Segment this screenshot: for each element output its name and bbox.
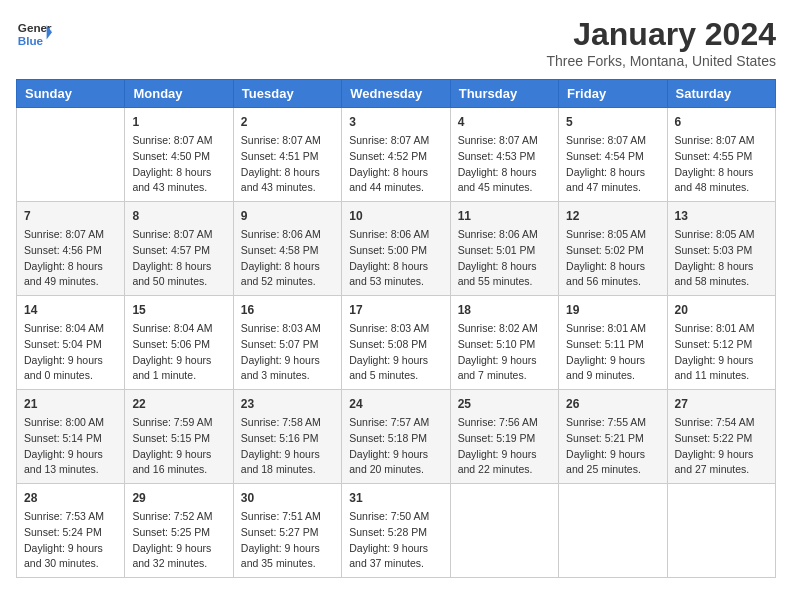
day-info: Sunrise: 8:03 AMSunset: 5:07 PMDaylight:… (241, 321, 334, 384)
logo: General Blue (16, 16, 52, 52)
logo-icon: General Blue (16, 16, 52, 52)
day-number: 12 (566, 207, 659, 225)
calendar-cell: 30Sunrise: 7:51 AMSunset: 5:27 PMDayligh… (233, 484, 341, 578)
calendar-cell: 20Sunrise: 8:01 AMSunset: 5:12 PMDayligh… (667, 296, 775, 390)
title-block: January 2024 Three Forks, Montana, Unite… (546, 16, 776, 69)
day-number: 21 (24, 395, 117, 413)
calendar-cell (450, 484, 558, 578)
day-info: Sunrise: 7:52 AMSunset: 5:25 PMDaylight:… (132, 509, 225, 572)
day-number: 4 (458, 113, 551, 131)
day-info: Sunrise: 8:07 AMSunset: 4:50 PMDaylight:… (132, 133, 225, 196)
calendar-cell: 8Sunrise: 8:07 AMSunset: 4:57 PMDaylight… (125, 202, 233, 296)
calendar-cell: 16Sunrise: 8:03 AMSunset: 5:07 PMDayligh… (233, 296, 341, 390)
calendar-cell: 19Sunrise: 8:01 AMSunset: 5:11 PMDayligh… (559, 296, 667, 390)
calendar-cell: 12Sunrise: 8:05 AMSunset: 5:02 PMDayligh… (559, 202, 667, 296)
day-info: Sunrise: 8:06 AMSunset: 5:00 PMDaylight:… (349, 227, 442, 290)
day-number: 2 (241, 113, 334, 131)
calendar-cell: 11Sunrise: 8:06 AMSunset: 5:01 PMDayligh… (450, 202, 558, 296)
calendar-cell: 7Sunrise: 8:07 AMSunset: 4:56 PMDaylight… (17, 202, 125, 296)
day-header-tuesday: Tuesday (233, 80, 341, 108)
day-header-sunday: Sunday (17, 80, 125, 108)
calendar-header: SundayMondayTuesdayWednesdayThursdayFrid… (17, 80, 776, 108)
calendar-cell: 23Sunrise: 7:58 AMSunset: 5:16 PMDayligh… (233, 390, 341, 484)
day-number: 18 (458, 301, 551, 319)
day-header-thursday: Thursday (450, 80, 558, 108)
day-number: 16 (241, 301, 334, 319)
day-number: 7 (24, 207, 117, 225)
day-number: 20 (675, 301, 768, 319)
header-row: SundayMondayTuesdayWednesdayThursdayFrid… (17, 80, 776, 108)
day-info: Sunrise: 7:57 AMSunset: 5:18 PMDaylight:… (349, 415, 442, 478)
calendar-cell: 14Sunrise: 8:04 AMSunset: 5:04 PMDayligh… (17, 296, 125, 390)
day-header-friday: Friday (559, 80, 667, 108)
day-info: Sunrise: 7:53 AMSunset: 5:24 PMDaylight:… (24, 509, 117, 572)
day-number: 15 (132, 301, 225, 319)
calendar-cell: 18Sunrise: 8:02 AMSunset: 5:10 PMDayligh… (450, 296, 558, 390)
day-number: 23 (241, 395, 334, 413)
calendar-cell: 27Sunrise: 7:54 AMSunset: 5:22 PMDayligh… (667, 390, 775, 484)
day-info: Sunrise: 8:01 AMSunset: 5:12 PMDaylight:… (675, 321, 768, 384)
calendar-cell (559, 484, 667, 578)
day-info: Sunrise: 8:07 AMSunset: 4:53 PMDaylight:… (458, 133, 551, 196)
calendar-cell: 22Sunrise: 7:59 AMSunset: 5:15 PMDayligh… (125, 390, 233, 484)
calendar-cell (17, 108, 125, 202)
day-info: Sunrise: 8:01 AMSunset: 5:11 PMDaylight:… (566, 321, 659, 384)
calendar-cell: 15Sunrise: 8:04 AMSunset: 5:06 PMDayligh… (125, 296, 233, 390)
day-info: Sunrise: 8:07 AMSunset: 4:56 PMDaylight:… (24, 227, 117, 290)
day-header-wednesday: Wednesday (342, 80, 450, 108)
day-info: Sunrise: 8:05 AMSunset: 5:03 PMDaylight:… (675, 227, 768, 290)
calendar-cell: 3Sunrise: 8:07 AMSunset: 4:52 PMDaylight… (342, 108, 450, 202)
day-info: Sunrise: 7:54 AMSunset: 5:22 PMDaylight:… (675, 415, 768, 478)
calendar-cell: 6Sunrise: 8:07 AMSunset: 4:55 PMDaylight… (667, 108, 775, 202)
week-row-5: 28Sunrise: 7:53 AMSunset: 5:24 PMDayligh… (17, 484, 776, 578)
day-number: 26 (566, 395, 659, 413)
day-info: Sunrise: 8:06 AMSunset: 5:01 PMDaylight:… (458, 227, 551, 290)
day-number: 31 (349, 489, 442, 507)
day-number: 30 (241, 489, 334, 507)
calendar-cell: 10Sunrise: 8:06 AMSunset: 5:00 PMDayligh… (342, 202, 450, 296)
day-number: 19 (566, 301, 659, 319)
calendar-cell: 24Sunrise: 7:57 AMSunset: 5:18 PMDayligh… (342, 390, 450, 484)
day-number: 9 (241, 207, 334, 225)
calendar-cell: 28Sunrise: 7:53 AMSunset: 5:24 PMDayligh… (17, 484, 125, 578)
day-number: 24 (349, 395, 442, 413)
calendar-cell: 31Sunrise: 7:50 AMSunset: 5:28 PMDayligh… (342, 484, 450, 578)
svg-text:Blue: Blue (18, 34, 44, 47)
day-number: 11 (458, 207, 551, 225)
calendar-cell: 4Sunrise: 8:07 AMSunset: 4:53 PMDaylight… (450, 108, 558, 202)
day-info: Sunrise: 8:07 AMSunset: 4:51 PMDaylight:… (241, 133, 334, 196)
day-number: 28 (24, 489, 117, 507)
week-row-3: 14Sunrise: 8:04 AMSunset: 5:04 PMDayligh… (17, 296, 776, 390)
day-info: Sunrise: 7:55 AMSunset: 5:21 PMDaylight:… (566, 415, 659, 478)
day-number: 3 (349, 113, 442, 131)
day-number: 27 (675, 395, 768, 413)
day-number: 1 (132, 113, 225, 131)
day-info: Sunrise: 8:07 AMSunset: 4:55 PMDaylight:… (675, 133, 768, 196)
week-row-2: 7Sunrise: 8:07 AMSunset: 4:56 PMDaylight… (17, 202, 776, 296)
day-info: Sunrise: 7:56 AMSunset: 5:19 PMDaylight:… (458, 415, 551, 478)
day-info: Sunrise: 7:59 AMSunset: 5:15 PMDaylight:… (132, 415, 225, 478)
day-number: 8 (132, 207, 225, 225)
day-info: Sunrise: 7:50 AMSunset: 5:28 PMDaylight:… (349, 509, 442, 572)
calendar-cell: 26Sunrise: 7:55 AMSunset: 5:21 PMDayligh… (559, 390, 667, 484)
day-header-monday: Monday (125, 80, 233, 108)
calendar-cell: 5Sunrise: 8:07 AMSunset: 4:54 PMDaylight… (559, 108, 667, 202)
calendar-cell: 25Sunrise: 7:56 AMSunset: 5:19 PMDayligh… (450, 390, 558, 484)
day-number: 6 (675, 113, 768, 131)
day-info: Sunrise: 8:03 AMSunset: 5:08 PMDaylight:… (349, 321, 442, 384)
calendar-cell: 1Sunrise: 8:07 AMSunset: 4:50 PMDaylight… (125, 108, 233, 202)
day-number: 29 (132, 489, 225, 507)
day-info: Sunrise: 8:07 AMSunset: 4:52 PMDaylight:… (349, 133, 442, 196)
main-title: January 2024 (546, 16, 776, 53)
day-number: 22 (132, 395, 225, 413)
day-number: 5 (566, 113, 659, 131)
day-number: 13 (675, 207, 768, 225)
calendar-cell: 13Sunrise: 8:05 AMSunset: 5:03 PMDayligh… (667, 202, 775, 296)
subtitle: Three Forks, Montana, United States (546, 53, 776, 69)
day-info: Sunrise: 8:02 AMSunset: 5:10 PMDaylight:… (458, 321, 551, 384)
day-header-saturday: Saturday (667, 80, 775, 108)
day-info: Sunrise: 8:04 AMSunset: 5:04 PMDaylight:… (24, 321, 117, 384)
week-row-1: 1Sunrise: 8:07 AMSunset: 4:50 PMDaylight… (17, 108, 776, 202)
day-info: Sunrise: 7:51 AMSunset: 5:27 PMDaylight:… (241, 509, 334, 572)
calendar-cell: 9Sunrise: 8:06 AMSunset: 4:58 PMDaylight… (233, 202, 341, 296)
